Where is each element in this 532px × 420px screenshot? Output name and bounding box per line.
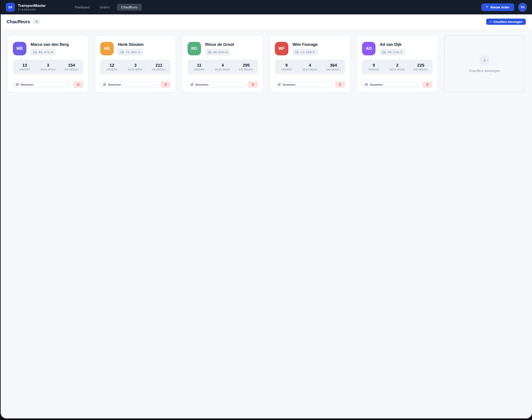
driver-initials: AD xyxy=(366,46,372,51)
edit-icon xyxy=(103,83,106,86)
card-actions: Bewerken xyxy=(13,81,83,88)
delete-driver-button[interactable] xyxy=(335,81,345,88)
card-actions: Bewerken xyxy=(275,81,345,88)
edit-driver-label: Bewerken xyxy=(195,83,208,86)
stat-orders: 9 ORDERS xyxy=(275,63,298,71)
stat-week-value: 4 xyxy=(211,63,235,68)
card-actions: Bewerken xyxy=(188,81,258,88)
card-divider xyxy=(13,79,83,79)
stat-week: 4 DEZE WEEK xyxy=(298,63,322,71)
stat-orders-label: ORDERS xyxy=(13,68,36,71)
edit-driver-button[interactable]: Bewerken xyxy=(100,81,158,88)
driver-card-top: RG Rinus de Groot GD–034–K xyxy=(188,42,258,55)
nav-item-orders[interactable]: Orders xyxy=(97,4,113,11)
driver-avatar: WF xyxy=(275,42,288,55)
license-plate-badge: BX–471–N xyxy=(31,49,56,55)
nav-item-chauffeurs[interactable]: Chauffeurs xyxy=(117,4,142,11)
card-divider xyxy=(275,79,345,79)
license-plate-badge: GD–034–K xyxy=(205,49,230,55)
stat-orders-label: ORDERS xyxy=(188,68,211,71)
stat-km: 295 KM (WEEK) xyxy=(235,63,258,71)
driver-stats: 13 ORDERS 3 DEZE WEEK 154 KM (WEEK) xyxy=(13,60,83,75)
edit-icon xyxy=(16,83,19,86)
user-avatar[interactable]: TH xyxy=(518,3,527,12)
delete-driver-button[interactable] xyxy=(73,81,83,88)
stat-km-label: KM (WEEK) xyxy=(235,68,258,71)
license-plate-text: PH–716–S xyxy=(388,50,402,54)
stat-week-label: DEZE WEEK xyxy=(298,68,322,71)
delete-driver-button[interactable] xyxy=(422,81,433,88)
stat-km-label: KM (WEEK) xyxy=(409,68,433,71)
driver-count-badge: 5 xyxy=(33,19,40,24)
main-nav: Planboard Orders Chauffeurs xyxy=(72,4,142,11)
edit-driver-button[interactable]: Bewerken xyxy=(275,81,333,88)
add-chauffeur-label: Chauffeur toevoegen xyxy=(493,20,522,23)
stat-km: 211 KM (WEEK) xyxy=(147,63,171,71)
stat-km-label: KM (WEEK) xyxy=(147,68,171,71)
stat-km-value: 154 xyxy=(60,63,83,68)
new-order-button[interactable]: + Nieuw order xyxy=(481,3,514,11)
driver-card: AD Ad van Dijk PH–716–S 9 ORDERS xyxy=(357,35,437,92)
stat-week: 4 DEZE WEEK xyxy=(211,63,235,71)
card-actions: Bewerken xyxy=(100,81,171,88)
delete-driver-button[interactable] xyxy=(161,81,171,88)
stat-week-label: DEZE WEEK xyxy=(36,68,60,71)
new-order-label: Nieuw order xyxy=(490,5,510,9)
stat-km: 154 KM (WEEK) xyxy=(60,63,83,71)
stat-orders-value: 9 xyxy=(362,63,386,68)
license-plate-badge: TS–882–V xyxy=(118,49,143,55)
driver-avatar: RG xyxy=(188,42,201,55)
stat-orders: 11 ORDERS xyxy=(188,63,211,71)
add-driver-card[interactable]: + Chauffeur toevoegen xyxy=(444,35,525,92)
trash-icon xyxy=(339,83,342,86)
driver-identity: Marco van den Berg BX–471–N xyxy=(31,42,69,55)
driver-stats: 11 ORDERS 4 DEZE WEEK 295 KM (WEEK) xyxy=(188,60,258,75)
driver-card: RG Rinus de Groot GD–034–K 11 ORDERS xyxy=(182,35,263,92)
content-area: MB Marco van den Berg BX–471–N 13 OR xyxy=(1,29,532,419)
driver-stats: 12 ORDERS 3 DEZE WEEK 211 KM (WEEK) xyxy=(100,60,171,75)
stat-orders-value: 11 xyxy=(188,63,211,68)
edit-driver-button[interactable]: Bewerken xyxy=(13,81,71,88)
add-chauffeur-button[interactable]: + Chauffeur toevoegen xyxy=(486,19,526,25)
page-header: Chauffeurs 5 + Chauffeur toevoegen xyxy=(1,15,532,29)
truck-icon xyxy=(121,50,124,54)
delete-driver-button[interactable] xyxy=(248,81,258,88)
edit-driver-label: Bewerken xyxy=(108,83,121,86)
driver-avatar: HS xyxy=(100,42,114,55)
edit-driver-label: Bewerken xyxy=(21,83,34,86)
plus-icon: + xyxy=(486,5,488,9)
trash-icon xyxy=(164,83,167,86)
driver-identity: Wim Fourage LZ–259–F xyxy=(293,42,318,55)
stat-km-label: KM (WEEK) xyxy=(322,68,345,71)
driver-initials: MB xyxy=(17,46,23,51)
edit-driver-button[interactable]: Bewerken xyxy=(188,81,246,88)
stat-orders: 9 ORDERS xyxy=(362,63,386,71)
stat-km-value: 225 xyxy=(409,63,433,68)
driver-name: Henk Stouten xyxy=(118,42,144,47)
driver-name: Ad van Dijk xyxy=(380,42,405,47)
stat-km-value: 295 xyxy=(235,63,258,68)
driver-name: Wim Fourage xyxy=(293,42,318,47)
stat-week-value: 2 xyxy=(386,63,409,68)
user-initials: TH xyxy=(520,6,524,9)
truck-icon xyxy=(295,50,299,54)
license-plate-badge: LZ–259–F xyxy=(293,49,318,55)
driver-name: Rinus de Groot xyxy=(205,42,234,47)
plus-glyph: + xyxy=(483,58,486,63)
driver-card-top: MB Marco van den Berg BX–471–N xyxy=(13,42,83,55)
page-title: Chauffeurs xyxy=(7,19,30,24)
app-title: TransportMaster xyxy=(18,4,46,8)
edit-icon xyxy=(190,83,193,86)
driver-avatar: MB xyxy=(13,42,26,55)
stat-week: 2 DEZE WEEK xyxy=(386,63,409,71)
nav-item-planboard[interactable]: Planboard xyxy=(72,4,92,11)
add-driver-card-label: Chauffeur toevoegen xyxy=(469,69,500,73)
stat-week-value: 3 xyxy=(124,63,147,68)
license-plate-text: GD–034–K xyxy=(213,50,228,54)
stat-orders-label: ORDERS xyxy=(100,68,124,71)
stat-km: 364 KM (WEEK) xyxy=(322,63,345,71)
driver-initials: WF xyxy=(278,46,285,51)
license-plate-text: LZ–259–F xyxy=(301,50,315,54)
edit-driver-button[interactable]: Bewerken xyxy=(362,81,420,88)
stat-km-value: 364 xyxy=(322,63,345,68)
